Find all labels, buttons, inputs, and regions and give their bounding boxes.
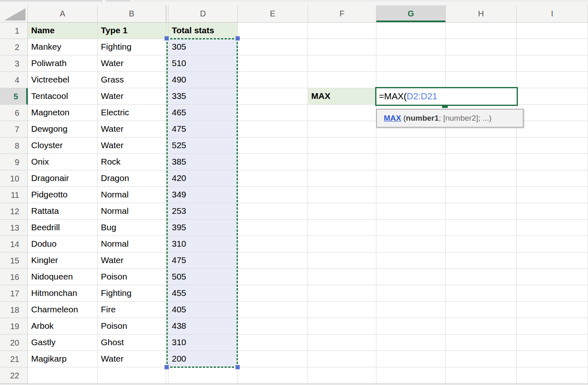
cell-A5[interactable]: Tentacool bbox=[28, 88, 98, 105]
cell-E4[interactable] bbox=[238, 72, 308, 88]
cell-F1[interactable] bbox=[308, 23, 376, 39]
cell-B16[interactable]: Poison bbox=[98, 269, 166, 285]
cell-I22[interactable] bbox=[517, 367, 588, 384]
cell-H1[interactable] bbox=[446, 23, 517, 39]
cell-E15[interactable] bbox=[238, 252, 308, 269]
tooltip-function-link[interactable]: MAX bbox=[384, 114, 401, 122]
cell-G17[interactable] bbox=[376, 285, 446, 302]
cell-H18[interactable] bbox=[446, 302, 517, 318]
cell-F5[interactable]: MAX bbox=[308, 88, 376, 105]
cell-B15[interactable]: Water bbox=[98, 252, 166, 269]
cell-A11[interactable]: Pidgeotto bbox=[28, 187, 98, 203]
cell-A15[interactable]: Kingler bbox=[28, 252, 98, 269]
row-header-22[interactable]: 22 bbox=[0, 367, 28, 384]
row-header-1[interactable]: 1 bbox=[0, 23, 28, 39]
cell-E5[interactable] bbox=[238, 88, 308, 105]
cell-H16[interactable] bbox=[446, 269, 517, 285]
cell-B9[interactable]: Rock bbox=[98, 154, 166, 170]
row-header-9[interactable]: 9 bbox=[0, 154, 28, 170]
row-header-15[interactable]: 15 bbox=[0, 252, 28, 269]
cell-G2[interactable] bbox=[376, 39, 446, 55]
cell-E19[interactable] bbox=[238, 318, 308, 335]
cell-A19[interactable]: Arbok bbox=[28, 318, 98, 335]
cell-H11[interactable] bbox=[446, 187, 517, 203]
cell-F6[interactable] bbox=[308, 105, 376, 121]
cell-A2[interactable]: Mankey bbox=[28, 39, 98, 55]
column-header-H[interactable]: H bbox=[446, 5, 517, 22]
cell-B18[interactable]: Fire bbox=[98, 302, 166, 318]
cell-E17[interactable] bbox=[238, 285, 308, 302]
cell-G19[interactable] bbox=[376, 318, 446, 335]
cell-I10[interactable] bbox=[517, 170, 588, 187]
cell-H17[interactable] bbox=[446, 285, 517, 302]
cell-B13[interactable]: Bug bbox=[98, 220, 166, 236]
cell-F8[interactable] bbox=[308, 138, 376, 154]
cell-H12[interactable] bbox=[446, 203, 517, 220]
cell-A7[interactable]: Dewgong bbox=[28, 121, 98, 138]
cell-E18[interactable] bbox=[238, 302, 308, 318]
cell-I4[interactable] bbox=[517, 72, 588, 88]
row-header-7[interactable]: 7 bbox=[0, 121, 28, 138]
cell-G10[interactable] bbox=[376, 170, 446, 187]
cell-E16[interactable] bbox=[238, 269, 308, 285]
cell-I12[interactable] bbox=[517, 203, 588, 220]
cell-G18[interactable] bbox=[376, 302, 446, 318]
cell-D1[interactable]: Total stats bbox=[169, 23, 238, 39]
row-header-19[interactable]: 19 bbox=[0, 318, 28, 335]
cell-F18[interactable] bbox=[308, 302, 376, 318]
cell-I20[interactable] bbox=[517, 335, 588, 351]
cell-B3[interactable]: Water bbox=[98, 55, 166, 72]
column-header-D[interactable]: D bbox=[169, 5, 238, 22]
column-header-G[interactable]: G bbox=[376, 5, 446, 22]
cell-B2[interactable]: Fighting bbox=[98, 39, 166, 55]
cell-F10[interactable] bbox=[308, 170, 376, 187]
selection-range-d2-d21[interactable] bbox=[166, 38, 238, 368]
cell-B21[interactable]: Water bbox=[98, 351, 166, 367]
row-header-17[interactable]: 17 bbox=[0, 285, 28, 302]
cell-A16[interactable]: Nidoqueen bbox=[28, 269, 98, 285]
cell-B6[interactable]: Electric bbox=[98, 105, 166, 121]
cell-G22[interactable] bbox=[376, 367, 446, 384]
cell-E6[interactable] bbox=[238, 105, 308, 121]
select-all-corner[interactable] bbox=[0, 5, 28, 22]
cell-A17[interactable]: Hitmonchan bbox=[28, 285, 98, 302]
row-header-18[interactable]: 18 bbox=[0, 302, 28, 318]
cell-B11[interactable]: Normal bbox=[98, 187, 166, 203]
cell-F7[interactable] bbox=[308, 121, 376, 138]
cell-I6[interactable] bbox=[517, 105, 588, 121]
column-header-I[interactable]: I bbox=[517, 5, 588, 22]
cell-B8[interactable]: Water bbox=[98, 138, 166, 154]
cell-F11[interactable] bbox=[308, 187, 376, 203]
cell-G1[interactable] bbox=[376, 23, 446, 39]
cell-E21[interactable] bbox=[238, 351, 308, 367]
cell-G9[interactable] bbox=[376, 154, 446, 170]
cell-F13[interactable] bbox=[308, 220, 376, 236]
cell-E14[interactable] bbox=[238, 236, 308, 252]
cell-H21[interactable] bbox=[446, 351, 517, 367]
row-header-6[interactable]: 6 bbox=[0, 105, 28, 121]
cell-E8[interactable] bbox=[238, 138, 308, 154]
cell-B1[interactable]: Type 1 bbox=[98, 23, 166, 39]
row-header-16[interactable]: 16 bbox=[0, 269, 28, 285]
cell-A18[interactable]: Charmeleon bbox=[28, 302, 98, 318]
cell-F4[interactable] bbox=[308, 72, 376, 88]
cell-F3[interactable] bbox=[308, 55, 376, 72]
row-header-4[interactable]: 4 bbox=[0, 72, 28, 88]
cell-B5[interactable]: Water bbox=[98, 88, 166, 105]
cell-I1[interactable] bbox=[517, 23, 588, 39]
cell-I8[interactable] bbox=[517, 138, 588, 154]
cell-A10[interactable]: Dragonair bbox=[28, 170, 98, 187]
row-header-20[interactable]: 20 bbox=[0, 335, 28, 351]
cell-E11[interactable] bbox=[238, 187, 308, 203]
cell-A12[interactable]: Rattata bbox=[28, 203, 98, 220]
row-header-21[interactable]: 21 bbox=[0, 351, 28, 367]
row-header-10[interactable]: 10 bbox=[0, 170, 28, 187]
cell-G3[interactable] bbox=[376, 55, 446, 72]
cell-H3[interactable] bbox=[446, 55, 517, 72]
cell-B4[interactable]: Grass bbox=[98, 72, 166, 88]
cell-G13[interactable] bbox=[376, 220, 446, 236]
selection-handle-top-right[interactable] bbox=[235, 36, 240, 41]
selection-handle-top-left[interactable] bbox=[164, 36, 169, 41]
cell-A21[interactable]: Magikarp bbox=[28, 351, 98, 367]
cell-F9[interactable] bbox=[308, 154, 376, 170]
